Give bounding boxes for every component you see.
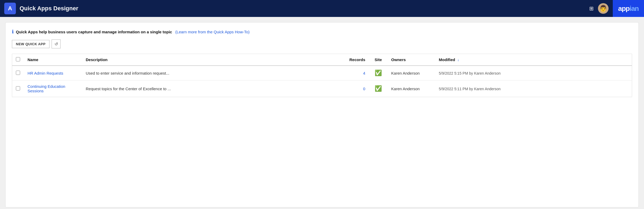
appian-accent: ian	[629, 4, 639, 12]
row-2-site-cell: ✅	[369, 80, 388, 97]
info-bar: ℹ Quick Apps help business users capture…	[12, 29, 632, 35]
row-2-app-link[interactable]: Continuing Education Sessions	[28, 84, 65, 93]
col-header-checkbox	[12, 54, 24, 66]
col-header-name: Name	[24, 54, 82, 66]
table-header-row: Name Description Records Site Owners	[12, 54, 632, 66]
table-row: HR Admin Requests Used to enter service …	[12, 66, 632, 80]
table-row: Continuing Education Sessions Request to…	[12, 80, 632, 97]
refresh-icon: ↺	[55, 42, 58, 47]
info-icon: ℹ	[12, 29, 14, 35]
row-2-checkbox-cell	[12, 80, 24, 97]
row-2-checkbox[interactable]	[16, 86, 20, 90]
row-1-records-link[interactable]: 4	[363, 71, 365, 75]
new-quick-app-button[interactable]: NEW QUICK APP	[12, 40, 49, 48]
appian-logo: appian	[613, 0, 644, 17]
row-1-site-cell: ✅	[369, 66, 388, 80]
app-logo: A	[4, 3, 16, 14]
header-left: A Quick Apps Designer	[4, 3, 78, 14]
grid-icon[interactable]: ⊞	[589, 5, 594, 12]
row-2-records-link[interactable]: 0	[363, 87, 365, 91]
select-all-checkbox[interactable]	[16, 57, 20, 61]
col-header-records: Records	[345, 54, 369, 66]
row-2-name-cell: Continuing Education Sessions	[24, 80, 82, 97]
col-header-owners: Owners	[388, 54, 435, 66]
col-header-site: Site	[369, 54, 388, 66]
refresh-button[interactable]: ↺	[52, 39, 61, 48]
appian-brand: appian	[618, 4, 639, 13]
app-title: Quick Apps Designer	[20, 5, 78, 12]
main-content: ℹ Quick Apps help business users capture…	[5, 22, 639, 207]
site-active-icon: ✅	[375, 85, 382, 92]
info-text: Quick Apps help business users capture a…	[16, 30, 172, 34]
row-1-desc-cell: Used to enter service and information re…	[82, 66, 345, 80]
row-1-name-cell: HR Admin Requests	[24, 66, 82, 80]
row-checkbox-cell	[12, 66, 24, 80]
toolbar: NEW QUICK APP ↺	[12, 39, 632, 48]
site-active-icon: ✅	[375, 70, 382, 76]
row-1-records-cell: 4	[345, 66, 369, 80]
row-2-records-cell: 0	[345, 80, 369, 97]
row-2-modified-cell: 5/9/2022 5:11 PM by Karen Anderson	[435, 80, 632, 97]
row-1-modified-cell: 5/9/2022 5:15 PM by Karen Anderson	[435, 66, 632, 80]
row-1-owners-cell: Karen Anderson	[388, 66, 435, 80]
apps-table: Name Description Records Site Owners	[12, 54, 632, 97]
row-2-desc-cell: Request topics for the Center of Excelle…	[82, 80, 345, 97]
sort-icon[interactable]: ↓	[457, 58, 459, 62]
col-header-description: Description	[82, 54, 345, 66]
row-1-checkbox[interactable]	[16, 71, 20, 75]
header-right: ⊞ 👨 appian	[589, 0, 640, 17]
avatar[interactable]: 👨	[598, 3, 609, 14]
row-2-owners-cell: Karen Anderson	[388, 80, 435, 97]
col-header-modified: Modified ↓	[435, 54, 632, 66]
info-link[interactable]: (Learn more from the Quick Apps How-To)	[175, 30, 250, 34]
logo-symbol: A	[8, 5, 12, 12]
row-1-app-link[interactable]: HR Admin Requests	[28, 71, 63, 75]
avatar-emoji: 👨	[599, 5, 607, 12]
app-header: A Quick Apps Designer ⊞ 👨 appian	[0, 0, 644, 17]
